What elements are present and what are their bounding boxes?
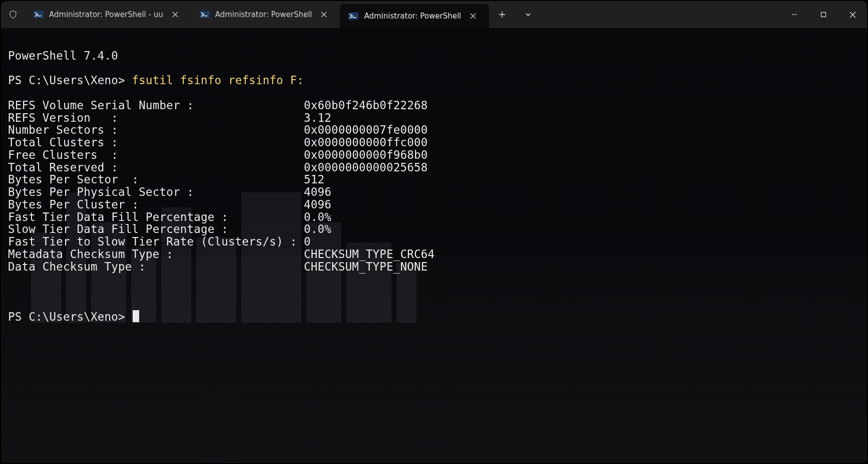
- svg-rect-2: [348, 13, 358, 20]
- command-line: PS C:\Users\Xeno> fsutil fsinfo refsinfo…: [8, 74, 860, 87]
- output-value: 0.0%: [304, 210, 331, 223]
- output-row: Number Sectors : 0x0000000007fe0000: [8, 124, 860, 136]
- output-row: Metadata Checksum Type : CHECKSUM_TYPE_C…: [8, 248, 860, 261]
- output-label: REFS Volume Serial Number :: [8, 99, 304, 112]
- tab-1[interactable]: Administrator: PowerShell: [191, 1, 340, 28]
- powershell-icon: [199, 9, 210, 20]
- tab-2-active[interactable]: Administrator: PowerShell: [340, 4, 489, 28]
- output-value: 0x0000000000f968b0: [304, 148, 427, 161]
- output-label: Bytes Per Cluster :: [8, 198, 304, 211]
- tab-close-button[interactable]: [168, 7, 182, 23]
- output-row: Free Clusters : 0x0000000000f968b0: [8, 149, 860, 161]
- svg-rect-3: [821, 13, 826, 17]
- output-value: 4096: [304, 185, 331, 198]
- tab-0[interactable]: Administrator: PowerShell - uu: [25, 1, 191, 28]
- output-label: Fast Tier Data Fill Percentage :: [8, 210, 304, 223]
- output-row: REFS Volume Serial Number : 0x60b0f246b0…: [8, 99, 860, 112]
- output-row: Fast Tier Data Fill Percentage : 0.0%: [8, 211, 860, 223]
- tab-close-button[interactable]: [466, 9, 480, 24]
- output-value: 0: [304, 235, 311, 248]
- powershell-icon: [348, 11, 359, 22]
- output-label: Slow Tier Data Fill Percentage :: [8, 222, 304, 236]
- output-value: 0x0000000007fe0000: [304, 123, 427, 136]
- output-label: Total Clusters :: [8, 136, 304, 149]
- close-window-button[interactable]: [838, 1, 867, 28]
- minimize-button[interactable]: [780, 1, 809, 28]
- output-value: 0x60b0f246b0f22268: [304, 99, 427, 112]
- blank-line: [8, 285, 860, 298]
- tab-label: Administrator: PowerShell: [215, 10, 312, 19]
- output-value: 0x0000000000025658: [304, 161, 427, 174]
- output-label: REFS Version :: [8, 111, 304, 124]
- tab-dropdown-button[interactable]: [515, 1, 541, 28]
- output-value: CHECKSUM_TYPE_CRC64: [304, 248, 435, 261]
- banner-line: PowerShell 7.4.0: [8, 50, 860, 62]
- output-value: 0.0%: [304, 222, 331, 236]
- tab-label: Administrator: PowerShell - uu: [49, 10, 163, 19]
- command-args: fsinfo refsinfo F:: [180, 74, 304, 87]
- output-value: 3.12: [304, 111, 331, 124]
- output-row: Total Clusters : 0x0000000000ffc000: [8, 136, 860, 149]
- prompt-text: PS C:\Users\Xeno>: [8, 310, 125, 323]
- output-row: Data Checksum Type : CHECKSUM_TYPE_NONE: [8, 261, 860, 273]
- output-value: 0x0000000000ffc000: [304, 136, 427, 149]
- svg-rect-0: [34, 11, 44, 19]
- output-label: Metadata Checksum Type :: [8, 248, 304, 261]
- cursor: [133, 310, 139, 322]
- tab-close-button[interactable]: [317, 7, 331, 23]
- output-row: Total Reserved : 0x0000000000025658: [8, 161, 860, 174]
- output-label: Bytes Per Sector :: [8, 173, 304, 186]
- output-row: Bytes Per Physical Sector : 4096: [8, 186, 860, 198]
- maximize-button[interactable]: [809, 1, 838, 28]
- output-row: Fast Tier to Slow Tier Rate (Clusters/s)…: [8, 236, 860, 248]
- powershell-icon: [33, 9, 44, 20]
- output-label: Free Clusters :: [8, 148, 304, 161]
- output-label: Bytes Per Physical Sector :: [8, 185, 304, 198]
- output-label: Total Reserved :: [8, 161, 304, 174]
- tab-label: Administrator: PowerShell: [364, 12, 461, 21]
- terminal-window: Administrator: PowerShell - uu Administr…: [1, 1, 867, 463]
- new-tab-button[interactable]: [489, 1, 515, 28]
- output-row: REFS Version : 3.12: [8, 112, 860, 124]
- shield-icon: [1, 1, 25, 28]
- prompt-text: PS C:\Users\Xeno>: [8, 74, 125, 87]
- command-exe: fsutil: [132, 74, 173, 87]
- output-label: Data Checksum Type :: [8, 260, 304, 273]
- terminal-output[interactable]: PowerShell 7.4.0 PS C:\Users\Xeno> fsuti…: [1, 28, 867, 357]
- output-row: Bytes Per Sector : 512: [8, 173, 860, 186]
- output-row: Slow Tier Data Fill Percentage : 0.0%: [8, 223, 860, 236]
- titlebar-drag-region[interactable]: [541, 1, 780, 28]
- output-value: 4096: [304, 198, 331, 211]
- prompt-line[interactable]: PS C:\Users\Xeno>: [8, 310, 860, 323]
- titlebar[interactable]: Administrator: PowerShell - uu Administr…: [1, 1, 867, 28]
- output-label: Number Sectors :: [8, 123, 304, 136]
- svg-rect-1: [200, 11, 210, 19]
- output-value: CHECKSUM_TYPE_NONE: [304, 260, 427, 273]
- output-row: Bytes Per Cluster : 4096: [8, 198, 860, 211]
- output-label: Fast Tier to Slow Tier Rate (Clusters/s)…: [8, 235, 304, 248]
- output-value: 512: [304, 173, 324, 186]
